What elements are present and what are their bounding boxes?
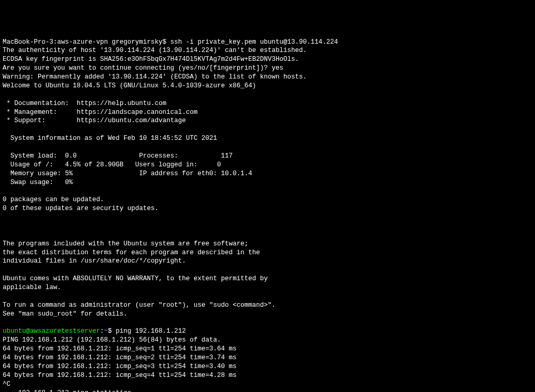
ping-reply: 64 bytes from 192.168.1.212: icmp_seq=2 … [3,354,237,361]
auth-line: Are you sure you want to continue connec… [3,64,283,72]
sudo-line: See "man sudo_root" for details. [3,310,127,318]
info-line: * Management: https://landscape.canonica… [3,109,198,116]
sys-mem: Memory usage: 5% IP address for eth0: 10… [3,170,252,177]
terminal-output[interactable]: MacBook-Pro-3:aws-azure-vpn gregorymirsk… [3,38,532,393]
pkg-line: 0 of these updates are security updates. [3,205,159,212]
prompt-user: ubuntu@awsazuretestserver [3,328,100,335]
mac-prompt: MacBook-Pro-3:aws-azure-vpn gregorymirsk… [3,38,166,46]
ping-reply: 64 bytes from 192.168.1.212: icmp_seq=1 … [3,345,237,352]
sysinfo-line: System information as of Wed Feb 10 18:4… [3,135,217,142]
ctrl-c: ^C [3,381,10,388]
ping-reply: 64 bytes from 192.168.1.212: icmp_seq=4 … [3,372,237,379]
info-line: * Support: https://ubuntu.com/advantage [3,117,186,124]
prog-line: the exact distribution terms for each pr… [3,249,260,256]
warranty-line: Ubuntu comes with ABSOLUTELY NO WARRANTY… [3,275,268,282]
auth-line: Warning: Permanently added '13.90.114.22… [3,73,307,81]
ping-reply: 64 bytes from 192.168.1.212: icmp_seq=3 … [3,363,237,370]
info-line: * Documentation: https://help.ubuntu.com [3,100,166,107]
sudo-line: To run a command as administrator (user … [3,302,276,309]
ping-stats-header: --- 192.168.1.212 ping statistics --- [3,389,147,393]
sys-swap: Swap usage: 0% [3,179,73,186]
prompt-sep: : [100,328,105,335]
ping-command: ping 192.168.1.212 [112,328,186,335]
ssh-command: ssh -i private_key.pem ubuntu@13.90.114.… [166,38,338,46]
auth-line: The authenticity of host '13.90.114.224 … [3,47,307,54]
pkg-line: 0 packages can be updated. [3,196,104,203]
auth-line: ECDSA key fingerprint is SHA256:e3OhFSbq… [3,56,299,63]
welcome-line: Welcome to Ubuntu 18.04.5 LTS (GNU/Linux… [3,82,256,89]
ping-header: PING 192.168.1.212 (192.168.1.212) 56(84… [3,336,221,344]
sys-load: System load: 0.0 Processes: 117 [3,152,233,160]
prog-line: The programs included with the Ubuntu sy… [3,240,249,247]
prompt-dollar: $ [108,328,112,335]
sys-usage: Usage of /: 4.5% of 28.90GB Users logged… [3,161,221,168]
warranty-line: applicable law. [3,284,61,291]
prog-line: individual files in /usr/share/doc/*/cop… [3,257,186,265]
prompt-path: ~ [104,328,108,335]
